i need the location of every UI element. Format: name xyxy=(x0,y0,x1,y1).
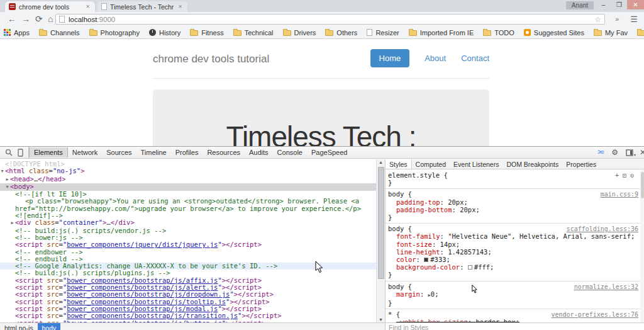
dom-tree-node[interactable]: ▶<head>…</head> xyxy=(0,176,376,183)
css-property[interactable]: font-size: 14px; xyxy=(388,241,638,248)
css-source-link[interactable]: normalize.less:32 xyxy=(574,283,638,291)
forward-icon[interactable]: → xyxy=(21,14,30,24)
devtools-tab-profiles[interactable]: Profiles xyxy=(171,147,203,157)
device-mode-icon[interactable] xyxy=(18,149,23,157)
bookmark-item[interactable]: Resizer xyxy=(367,29,399,37)
settings-gear-icon[interactable]: ⚙ xyxy=(611,149,618,156)
elements-scrollbar[interactable]: ▲ ▼ xyxy=(376,159,385,322)
scroll-down-icon[interactable]: ▼ xyxy=(377,317,385,322)
dom-tree-node[interactable]: ▶<div class="container">…</div> xyxy=(0,219,376,227)
css-rule: * {vendor-prefixes.less:76-webkit-box-si… xyxy=(386,309,640,322)
devtools-tab-audits[interactable]: Audits xyxy=(245,147,273,157)
bookmark-item[interactable]: My Fav xyxy=(594,29,628,37)
expand-arrow-icon[interactable]: ▶ xyxy=(4,176,10,183)
expand-arrow-icon[interactable]: ▼ xyxy=(4,184,10,191)
browser-nav-bar: ← → ⟳ ⌂ localhost:9000 ☆ » ☰ xyxy=(0,12,644,26)
tab-close-icon[interactable]: ✕ xyxy=(84,4,91,9)
dock-side-icon[interactable] xyxy=(626,149,633,156)
bookmark-item[interactable]: Imported From IE xyxy=(409,29,474,37)
css-property[interactable]: padding-bottom: 20px; xyxy=(388,206,638,213)
css-property[interactable]: color: #333; xyxy=(388,256,638,263)
new-rule-plus-icon[interactable]: +⊡⊙ xyxy=(615,172,638,179)
css-selector[interactable]: element.style xyxy=(388,171,440,179)
devtools-tab-timeline[interactable]: Timeline xyxy=(136,147,171,157)
css-property[interactable]: font-family: "Helvetica Neue", Helvetica… xyxy=(388,232,638,240)
bookmark-item[interactable]: Fitness xyxy=(190,29,223,37)
nav-link-contact[interactable]: Contact xyxy=(461,54,489,63)
close-window-button[interactable]: ✕ xyxy=(627,0,644,9)
bookmark-label: History xyxy=(159,29,180,37)
home-icon[interactable]: ⌂ xyxy=(48,14,53,24)
bookmark-item[interactable]: Photography xyxy=(89,29,140,37)
css-property[interactable]: line-height: 1.42857143; xyxy=(388,248,638,256)
console-drawer-icon[interactable]: >≡ xyxy=(597,149,604,156)
close-devtools-icon[interactable]: ✕ xyxy=(640,149,644,156)
profile-name-badge[interactable]: Anant xyxy=(566,1,594,9)
styles-tab-styles[interactable]: Styles xyxy=(385,159,412,169)
css-property[interactable]: background-color: #fff; xyxy=(388,263,638,271)
css-selector[interactable]: * xyxy=(388,310,392,318)
bookmark-label: Drivers xyxy=(294,29,316,37)
css-source-link[interactable]: vendor-prefixes.less:76 xyxy=(552,311,638,319)
bookmark-item[interactable]: Business xyxy=(637,29,644,37)
devtools-tab-sources[interactable]: Sources xyxy=(102,147,136,157)
maximize-button[interactable]: ❐ xyxy=(611,0,627,9)
css-selector[interactable]: body xyxy=(388,225,404,232)
nav-link-about[interactable]: About xyxy=(425,54,446,63)
bookmark-item[interactable]: History xyxy=(149,29,180,37)
expand-arrow-icon[interactable]: ▼ xyxy=(0,168,5,175)
navbar-brand[interactable]: chrome dev tools tutorial xyxy=(153,53,269,65)
color-swatch-icon[interactable] xyxy=(424,258,428,262)
folder-icon xyxy=(594,30,602,36)
devtools-tab-elements[interactable]: Elements xyxy=(29,147,68,157)
styles-tab-computed[interactable]: Computed xyxy=(412,159,450,169)
nav-link-home[interactable]: Home xyxy=(370,49,410,67)
devtools-tab-pagespeed[interactable]: PageSpeed xyxy=(307,147,352,157)
inspect-element-icon[interactable] xyxy=(5,149,13,156)
css-selector[interactable]: body xyxy=(388,283,404,290)
devtools-tab-console[interactable]: Console xyxy=(273,147,307,157)
breadcrumb-item[interactable]: body xyxy=(38,323,61,330)
scrollbar-thumb[interactable] xyxy=(641,172,644,198)
chrome-menu-icon[interactable]: ☰ xyxy=(630,14,638,24)
css-selector[interactable]: body xyxy=(388,190,404,198)
bookmark-item[interactable]: Apps xyxy=(4,29,30,37)
styles-scrollbar[interactable] xyxy=(640,170,644,322)
bookmark-star-icon[interactable]: ☆ xyxy=(594,15,601,24)
bookmark-label: Photography xyxy=(101,29,140,37)
bookmark-item[interactable]: Others xyxy=(325,29,357,37)
bookmark-item[interactable]: Suggested Sites xyxy=(524,29,584,37)
scrollbar-thumb[interactable] xyxy=(378,167,384,279)
expand-arrow-icon[interactable]: ▶ xyxy=(9,220,15,227)
mouse-cursor-icon xyxy=(472,285,478,293)
bookmark-item[interactable]: Technical xyxy=(233,29,274,37)
color-swatch-icon[interactable] xyxy=(468,265,472,270)
minimize-button[interactable]: – xyxy=(596,0,611,9)
address-bar[interactable]: localhost:9000 ☆ xyxy=(55,14,605,25)
refresh-icon[interactable]: ⟳ xyxy=(35,14,43,24)
tab-close-icon[interactable]: ✕ xyxy=(177,4,184,9)
bookmark-item[interactable]: TODO xyxy=(483,29,514,37)
extensions-overflow-icon[interactable]: » xyxy=(615,16,619,23)
bookmark-item[interactable]: Drivers xyxy=(283,29,316,37)
bookmark-item[interactable]: Channels xyxy=(39,29,79,37)
browser-tab[interactable]: chrome dev tools ✕ xyxy=(5,1,95,12)
css-source-link[interactable]: scaffolding.less:36 xyxy=(567,225,638,233)
styles-tab-properties[interactable]: Properties xyxy=(562,159,600,169)
back-icon[interactable]: ← xyxy=(8,14,16,24)
scroll-up-icon[interactable]: ▲ xyxy=(377,160,385,164)
bookmark-label: Fitness xyxy=(201,29,223,37)
browser-tab[interactable]: Timeless Tech - Technolo ✕ xyxy=(97,1,187,12)
bookmark-label: Others xyxy=(336,29,357,37)
css-source-link[interactable]: main.css:9 xyxy=(601,191,638,198)
devtools-tab-network[interactable]: Network xyxy=(68,147,102,157)
dom-tree-node[interactable]: <script src="bower_components/jquery/dis… xyxy=(0,241,376,248)
suggested-sites-icon xyxy=(524,29,531,36)
find-in-styles-field[interactable]: Find in Styles xyxy=(386,322,644,330)
devtools-tab-resources[interactable]: Resources xyxy=(203,147,245,157)
css-property[interactable]: margin: ▶0; xyxy=(388,290,638,299)
css-property[interactable]: padding-top: 20px; xyxy=(388,198,638,206)
styles-tab-dom-breakpoints[interactable]: DOM Breakpoints xyxy=(502,159,562,169)
breadcrumb-item[interactable]: html.no-js xyxy=(0,323,38,330)
styles-tab-event-listeners[interactable]: Event Listeners xyxy=(450,159,502,169)
